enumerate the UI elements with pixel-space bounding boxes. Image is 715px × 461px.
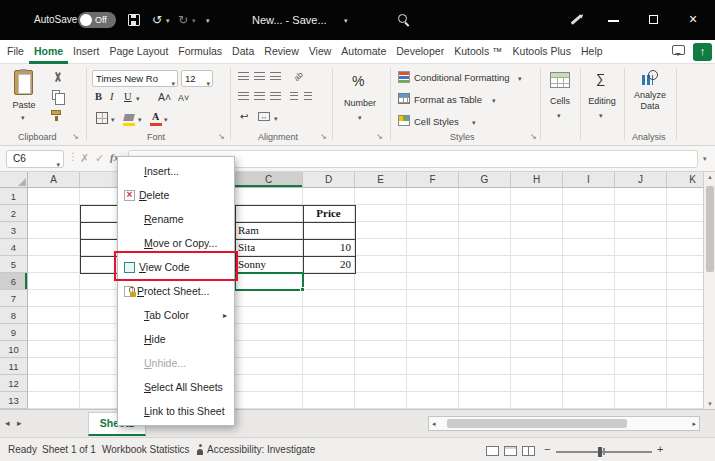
cell-K8[interactable]: [667, 307, 703, 324]
column-header-K[interactable]: K: [667, 172, 703, 188]
cell-K13[interactable]: [667, 392, 703, 409]
row-header-1[interactable]: 1: [0, 188, 28, 205]
cell-F6[interactable]: [407, 273, 459, 290]
cell-K10[interactable]: [667, 341, 703, 358]
row-header-2[interactable]: 2: [0, 205, 28, 222]
row-header-5[interactable]: 5: [0, 256, 28, 273]
cell-A12[interactable]: [28, 375, 80, 392]
align-middle-icon[interactable]: [254, 72, 265, 80]
paste-dropdown-icon[interactable]: ▾: [21, 114, 25, 121]
increase-font-icon[interactable]: A˄: [158, 92, 171, 103]
tab-file[interactable]: File: [2, 40, 29, 64]
column-header-F[interactable]: F: [407, 172, 459, 188]
accessibility-status[interactable]: Accessibility: Investigate: [207, 444, 315, 455]
cell-D3[interactable]: [303, 222, 355, 239]
cell-J12[interactable]: [615, 375, 667, 392]
format-as-table-icon[interactable]: [398, 93, 410, 104]
format-as-table-dropdown-icon[interactable]: ▾: [492, 97, 496, 104]
cell-K6[interactable]: [667, 273, 703, 290]
row-header-11[interactable]: 11: [0, 358, 28, 375]
cell-K2[interactable]: [667, 205, 703, 222]
font-dialog-launcher-icon[interactable]: ↘: [218, 132, 225, 141]
cell-F3[interactable]: [407, 222, 459, 239]
styles-dialog-launcher-icon[interactable]: ↘: [530, 132, 537, 141]
cell-A13[interactable]: [28, 392, 80, 409]
cell-I7[interactable]: [563, 290, 615, 307]
minimize-button[interactable]: [608, 20, 619, 22]
column-header-E[interactable]: E: [355, 172, 407, 188]
scroll-right-icon[interactable]: ▸: [692, 420, 696, 428]
cell-styles-button[interactable]: Cell Styles: [414, 117, 459, 127]
cell-F11[interactable]: [407, 358, 459, 375]
cell-H7[interactable]: [511, 290, 563, 307]
cell-G1[interactable]: [459, 188, 511, 205]
cell-C12[interactable]: [235, 375, 303, 392]
format-as-table-button[interactable]: Format as Table: [414, 95, 482, 105]
cell-J5[interactable]: [615, 256, 667, 273]
cell-I6[interactable]: [563, 273, 615, 290]
cell-A4[interactable]: [28, 239, 80, 256]
percent-style-icon[interactable]: %: [352, 74, 364, 88]
cell-E2[interactable]: [355, 205, 407, 222]
cell-I8[interactable]: [563, 307, 615, 324]
title-dropdown-icon[interactable]: ▾: [344, 17, 348, 24]
tab-developer[interactable]: Developer: [391, 40, 449, 64]
cell-E1[interactable]: [355, 188, 407, 205]
tab-automate[interactable]: Automate: [336, 40, 391, 64]
cell-I13[interactable]: [563, 392, 615, 409]
menu-item-tab-color[interactable]: Tab Color▸: [118, 303, 234, 327]
cell-D5[interactable]: 20: [303, 256, 355, 273]
font-size-combo[interactable]: 12▾: [181, 70, 213, 87]
cell-K7[interactable]: [667, 290, 703, 307]
normal-view-icon[interactable]: [486, 446, 499, 456]
comments-icon[interactable]: [672, 45, 685, 55]
row-header-6[interactable]: 6: [0, 273, 28, 290]
italic-button[interactable]: I: [110, 92, 114, 103]
cell-C7[interactable]: [235, 290, 303, 307]
merge-dropdown-icon[interactable]: ▾: [274, 115, 278, 122]
tab-kutools[interactable]: Kutools ™: [449, 40, 507, 64]
cell-I9[interactable]: [563, 324, 615, 341]
cell-C3[interactable]: Ram: [235, 222, 303, 239]
scroll-down-icon[interactable]: ▼: [707, 401, 713, 407]
paste-icon[interactable]: [14, 70, 33, 95]
cell-J1[interactable]: [615, 188, 667, 205]
tab-home[interactable]: Home: [29, 40, 68, 64]
number-dropdown-icon[interactable]: ▾: [358, 114, 362, 121]
menu-item-protect-sheet[interactable]: Protect Sheet...: [118, 279, 234, 303]
cell-G7[interactable]: [459, 290, 511, 307]
cell-E3[interactable]: [355, 222, 407, 239]
cell-H12[interactable]: [511, 375, 563, 392]
cell-styles-icon[interactable]: [398, 115, 410, 126]
cell-J8[interactable]: [615, 307, 667, 324]
cell-A7[interactable]: [28, 290, 80, 307]
tab-view[interactable]: View: [304, 40, 337, 64]
cell-E11[interactable]: [355, 358, 407, 375]
column-header-G[interactable]: G: [459, 172, 511, 188]
cell-G4[interactable]: [459, 239, 511, 256]
cell-J6[interactable]: [615, 273, 667, 290]
number-group-button[interactable]: Number: [336, 98, 384, 108]
cell-C8[interactable]: [235, 307, 303, 324]
increase-indent-icon[interactable]: [304, 92, 312, 100]
cell-G9[interactable]: [459, 324, 511, 341]
column-header-A[interactable]: A: [28, 172, 80, 188]
cell-A10[interactable]: [28, 341, 80, 358]
cell-J13[interactable]: [615, 392, 667, 409]
cell-H2[interactable]: [511, 205, 563, 222]
cell-D7[interactable]: [303, 290, 355, 307]
restore-button[interactable]: [649, 15, 658, 24]
underline-button[interactable]: U: [124, 92, 132, 103]
cell-C10[interactable]: [235, 341, 303, 358]
cell-I11[interactable]: [563, 358, 615, 375]
zoom-slider-handle[interactable]: [598, 447, 602, 457]
alignment-dialog-launcher-icon[interactable]: ↘: [320, 132, 327, 141]
cell-E9[interactable]: [355, 324, 407, 341]
cell-F8[interactable]: [407, 307, 459, 324]
format-painter-icon[interactable]: [51, 110, 61, 115]
tab-kutools-plus[interactable]: Kutools Plus: [508, 40, 576, 64]
cell-E7[interactable]: [355, 290, 407, 307]
cut-icon[interactable]: [52, 72, 63, 83]
zoom-in-icon[interactable]: +: [657, 443, 663, 455]
cell-A5[interactable]: [28, 256, 80, 273]
